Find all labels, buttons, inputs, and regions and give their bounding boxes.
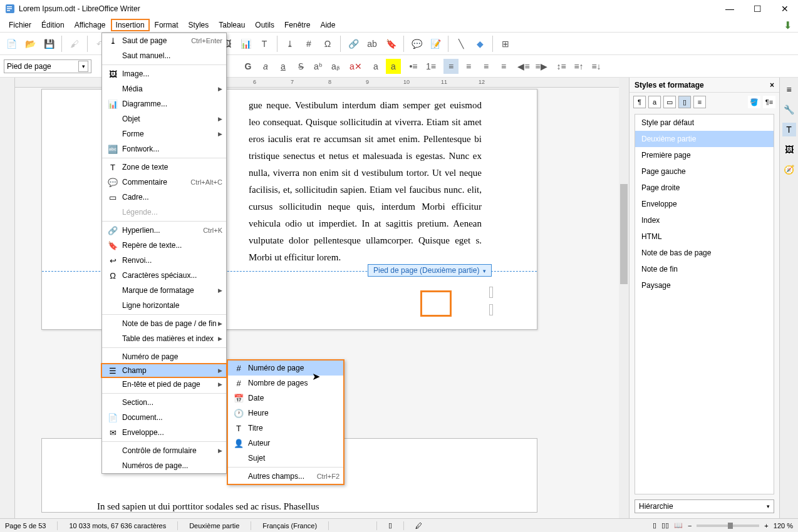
subscript-button[interactable]: aᵦ: [328, 59, 343, 74]
menu-item[interactable]: Note de bas de page / de fin▶: [102, 316, 226, 331]
indent-decrease-button[interactable]: ◀≡: [516, 59, 531, 74]
indent-increase-button[interactable]: ≡▶: [534, 59, 549, 74]
fill-format-button[interactable]: 🪣: [748, 96, 760, 108]
navigator-tab-icon[interactable]: 🧭: [782, 163, 796, 176]
menu-item[interactable]: Numéro de page: [102, 349, 226, 364]
open-button[interactable]: 📂: [23, 36, 38, 51]
shapes-button[interactable]: ◆: [472, 36, 487, 51]
close-sidebar-button[interactable]: ×: [770, 81, 774, 90]
submenu-item[interactable]: Sujet: [228, 451, 343, 466]
special-char-button[interactable]: Ω: [320, 36, 335, 51]
bold-button[interactable]: G: [241, 59, 256, 74]
menu-item[interactable]: Numéros de page...: [102, 458, 226, 473]
field-button[interactable]: #: [301, 36, 316, 51]
view-single-page-icon[interactable]: ▯: [653, 521, 656, 529]
new-doc-button[interactable]: 📄: [4, 36, 19, 51]
menu-item[interactable]: Contrôle de formulaire▶: [102, 443, 226, 458]
style-list-item[interactable]: Deuxième partie: [635, 131, 774, 147]
properties-tab-icon[interactable]: 🔧: [782, 103, 796, 116]
sidebar-settings-icon[interactable]: ≡: [782, 83, 796, 96]
submenu-item[interactable]: TTitre: [228, 421, 343, 436]
highlight-button[interactable]: a: [386, 59, 401, 74]
menu-fenetre[interactable]: Fenêtre: [279, 19, 315, 31]
menu-item[interactable]: Section...: [102, 395, 226, 410]
menu-item[interactable]: 💬CommentaireCtrl+Alt+C: [102, 175, 226, 190]
scrollbar-thumb[interactable]: [620, 184, 628, 284]
style-list-item[interactable]: Première page: [635, 147, 774, 163]
char-styles-tab[interactable]: a: [648, 96, 661, 108]
footnote-button[interactable]: ab: [365, 36, 380, 51]
list-styles-tab[interactable]: ≡: [693, 96, 706, 108]
style-list-item[interactable]: Index: [635, 212, 774, 228]
menu-item[interactable]: ⤓Saut de pageCtrl+Enter: [102, 33, 226, 48]
extension-download-icon[interactable]: ⬇: [784, 19, 792, 31]
footer-handle-top[interactable]: [489, 287, 493, 298]
textbox-button[interactable]: T: [257, 36, 272, 51]
status-selection-mode[interactable]: ▯: [388, 521, 392, 529]
menu-item[interactable]: Objet▶: [102, 111, 226, 126]
align-left-button[interactable]: ≡: [443, 59, 459, 74]
style-list-item[interactable]: Style par défaut: [635, 115, 774, 131]
new-style-button[interactable]: ¶≡: [763, 96, 775, 108]
status-signature[interactable]: 🖊: [415, 522, 422, 529]
status-language[interactable]: Français (France): [262, 522, 317, 529]
frame-styles-tab[interactable]: ▭: [663, 96, 676, 108]
zoom-out-button[interactable]: −: [688, 522, 692, 529]
strikethrough-button[interactable]: S̶: [293, 59, 308, 74]
footer-handle-bottom[interactable]: [489, 304, 493, 315]
footer-label[interactable]: Pied de page (Deuxième partie): [368, 264, 492, 277]
gallery-tab-icon[interactable]: 🖼: [782, 143, 796, 156]
align-justify-button[interactable]: ≡: [496, 59, 511, 74]
style-list-item[interactable]: Page droite: [635, 180, 774, 196]
superscript-button[interactable]: aᵇ: [311, 59, 326, 74]
para-styles-tab[interactable]: ¶: [633, 96, 646, 108]
chart-button[interactable]: 📊: [238, 36, 253, 51]
menu-edition[interactable]: Édition: [36, 19, 70, 31]
menu-item[interactable]: 🖼Image...: [102, 66, 226, 81]
align-right-button[interactable]: ≡: [479, 59, 494, 74]
submenu-item[interactable]: Autres champs...Ctrl+F2: [228, 469, 343, 484]
menu-item[interactable]: En-tête et pied de page▶: [102, 377, 226, 392]
menu-item[interactable]: TZone de texte: [102, 160, 226, 175]
minimize-button[interactable]: —: [722, 3, 738, 15]
hyperlink-button[interactable]: 🔗: [346, 36, 361, 51]
view-multi-page-icon[interactable]: ▯▯: [661, 521, 669, 529]
submenu-item[interactable]: #Nombre de pages: [228, 376, 343, 391]
menu-item[interactable]: ✉Enveloppe...: [102, 425, 226, 440]
menu-affichage[interactable]: Affichage: [70, 19, 111, 31]
maximize-button[interactable]: ☐: [749, 3, 765, 15]
line-spacing-button[interactable]: ↕≡: [554, 59, 569, 74]
number-list-button[interactable]: 1≡: [423, 59, 438, 74]
submenu-item[interactable]: 👤Auteur: [228, 436, 343, 451]
menu-item[interactable]: Ligne horizontale: [102, 298, 226, 313]
menu-insertion[interactable]: Insertion: [111, 19, 150, 31]
para-spacing-dec-button[interactable]: ≡↓: [589, 59, 604, 74]
status-wordcount[interactable]: 10 033 mots, 67 636 caractères: [69, 522, 166, 529]
menu-item[interactable]: ΩCaractères spéciaux...: [102, 268, 226, 283]
style-list-item[interactable]: Paysage: [635, 277, 774, 294]
italic-button[interactable]: a: [258, 59, 273, 74]
menu-outils[interactable]: Outils: [250, 19, 279, 31]
menu-item[interactable]: 📄Document...: [102, 410, 226, 425]
menu-item[interactable]: 📊Diagramme...: [102, 96, 226, 111]
ruler-vertical[interactable]: [0, 78, 15, 518]
submenu-item[interactable]: 📅Date: [228, 391, 343, 406]
style-list-item[interactable]: Page gauche: [635, 163, 774, 180]
status-page[interactable]: Page 5 de 53: [5, 522, 46, 529]
style-list-item[interactable]: Enveloppe: [635, 196, 774, 212]
scrollbar-vertical[interactable]: [619, 78, 629, 518]
menu-tableau[interactable]: Tableau: [214, 19, 250, 31]
zoom-in-button[interactable]: +: [764, 522, 768, 529]
styles-tab-icon[interactable]: T: [782, 123, 796, 136]
menu-format[interactable]: Format: [150, 19, 184, 31]
menu-aide[interactable]: Aide: [315, 19, 340, 31]
menu-item[interactable]: Marque de formatage▶: [102, 283, 226, 298]
page-break-button[interactable]: ⤓: [282, 36, 298, 51]
menu-item[interactable]: 🔖Repère de texte...: [102, 238, 226, 253]
brush-button[interactable]: 🖌: [67, 36, 82, 51]
style-list-item[interactable]: HTML: [635, 228, 774, 245]
submenu-item[interactable]: 🕐Heure: [228, 406, 343, 421]
zoom-value[interactable]: 120 %: [774, 522, 793, 529]
track-changes-button[interactable]: 📝: [428, 36, 443, 51]
menu-item[interactable]: 🔗Hyperlien...Ctrl+K: [102, 223, 226, 238]
